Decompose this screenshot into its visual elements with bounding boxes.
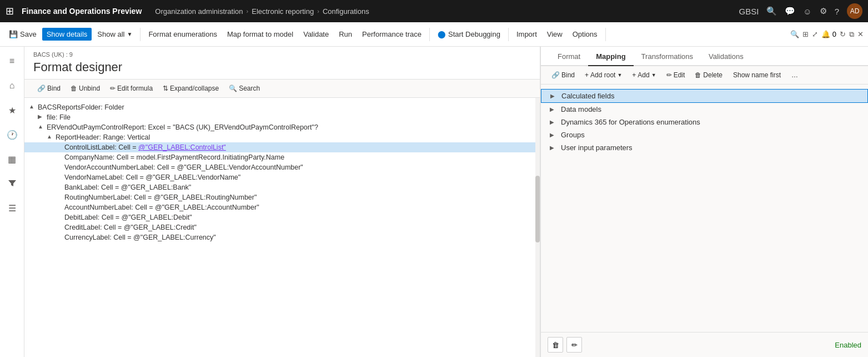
tree-item-text: BankLabel: Cell = @"GER_LABEL:Bank" xyxy=(64,184,531,191)
tree-item[interactable]: CurrencyLabel: Cell = @"GER_LABEL:Curren… xyxy=(24,232,535,242)
tab-transformations[interactable]: Transformations xyxy=(634,47,701,66)
toolbar-separator-1 xyxy=(140,28,141,41)
tree-item[interactable]: ▲ERVendOutPaymControlReport: Excel = "BA… xyxy=(24,122,535,132)
person-icon[interactable]: ☺ xyxy=(803,7,811,16)
edit-formula-button[interactable]: ✏ Edit formula xyxy=(106,83,157,94)
tree-toggle-arrow[interactable]: ▶ xyxy=(550,132,558,138)
tree-item[interactable]: CreditLabel: Cell = @"GER_LABEL:Credit" xyxy=(24,222,535,232)
add-root-button[interactable]: + Add root ▼ xyxy=(581,70,626,81)
tree-item-text: VendorAccountNumberLabel: Cell = @"GER_L… xyxy=(64,163,531,171)
tree-item[interactable]: VendorNameLabel: Cell = @"GER_LABEL:Vend… xyxy=(24,172,535,182)
bottom-edit-button[interactable]: ✏ xyxy=(566,337,582,353)
tree-toggle-arrow[interactable]: ▶ xyxy=(550,93,558,99)
expand-collapse-button[interactable]: ⇅ Expand/collapse xyxy=(159,83,223,94)
more-options-button[interactable]: … xyxy=(787,70,802,81)
tree-item[interactable]: ▲ReportHeader: Range: Vertical xyxy=(24,132,535,142)
breadcrumb-org[interactable]: Organization administration xyxy=(155,7,243,16)
avatar[interactable]: AD xyxy=(847,3,862,19)
tree-item[interactable]: BankLabel: Cell = @"GER_LABEL:Bank" xyxy=(24,182,535,192)
tab-mapping[interactable]: Mapping xyxy=(588,47,633,66)
tree-item[interactable]: ▶file: File xyxy=(24,112,535,122)
search-icon: 🔍 xyxy=(229,85,237,92)
tree-item-text: VendorNameLabel: Cell = @"GER_LABEL:Vend… xyxy=(64,173,531,181)
sidebar-icon-recent[interactable]: 🕐 xyxy=(2,125,22,145)
scroll-thumb[interactable] xyxy=(535,176,540,242)
start-debugging-button[interactable]: ⬤ Start Debugging xyxy=(433,28,505,41)
tree-toggle-arrow[interactable]: ▶ xyxy=(550,106,558,112)
sidebar-icon-filter[interactable] xyxy=(2,173,22,194)
search-icon[interactable]: 🔍 xyxy=(766,6,777,16)
unbind-button[interactable]: 🗑 Unbind xyxy=(67,83,104,94)
tab-format[interactable]: Format xyxy=(550,47,588,66)
save-button[interactable]: 💾 Save xyxy=(4,28,41,41)
expand-icon[interactable]: ⤢ xyxy=(812,30,818,38)
tree-item-text: BACSReportsFolder: Folder xyxy=(38,103,531,111)
toolbar-search-icon[interactable]: 🔍 xyxy=(790,30,799,38)
unlink-icon: 🗑 xyxy=(71,85,77,92)
app-grid-icon[interactable]: ⊞ xyxy=(6,5,14,17)
options-button[interactable]: Options xyxy=(568,28,602,41)
layout-icon[interactable]: ⊞ xyxy=(802,30,809,38)
tree-toggle-arrow[interactable]: ▶ xyxy=(550,145,558,151)
tab-validations[interactable]: Validations xyxy=(701,47,751,66)
close-icon[interactable]: ✕ xyxy=(857,30,864,38)
sidebar-icon-menu[interactable]: ≡ xyxy=(2,51,22,71)
tree-item[interactable]: AccountNumberLabel: Cell = @"GER_LABEL:A… xyxy=(24,202,535,212)
sidebar-icon-list[interactable]: ☰ xyxy=(2,198,22,218)
search-button[interactable]: 🔍 Search xyxy=(225,83,264,94)
notification-wrap: 🔔 0 xyxy=(821,30,836,38)
add-button[interactable]: + Add ▼ xyxy=(628,70,660,81)
refresh-icon[interactable]: ↻ xyxy=(840,30,846,38)
show-name-first-button[interactable]: Show name first xyxy=(733,71,781,79)
performance-trace-button[interactable]: Performance trace xyxy=(358,28,426,41)
mapping-tree-item[interactable]: ▶ User input parameters xyxy=(541,141,868,154)
breadcrumb: Organization administration › Electronic… xyxy=(155,7,734,16)
sidebar-icon-grid[interactable]: ▦ xyxy=(2,149,22,169)
sidebar-icon-home[interactable]: ⌂ xyxy=(2,76,22,96)
tree-item[interactable]: RoutingNumberLabel: Cell = @"GER_LABEL:R… xyxy=(24,192,535,202)
notification-icon[interactable]: 🔔 xyxy=(821,30,830,38)
bottom-delete-button[interactable]: 🗑 xyxy=(548,337,563,353)
mapping-tree-item[interactable]: ▶ Dynamics 365 for Operations enumeratio… xyxy=(541,116,868,128)
tree-toggle[interactable]: ▲ xyxy=(29,103,38,110)
tree-item[interactable]: ▲BACSReportsFolder: Folder xyxy=(24,102,535,112)
right-delete-icon: 🗑 xyxy=(695,71,701,79)
mapping-tree-item[interactable]: ▶ Data models xyxy=(541,103,868,116)
view-button[interactable]: View xyxy=(543,28,567,41)
breadcrumb-config[interactable]: Configurations xyxy=(323,7,369,16)
import-button[interactable]: Import xyxy=(512,28,541,41)
breadcrumb-er[interactable]: Electronic reporting xyxy=(252,7,314,16)
right-edit-button[interactable]: ✏ Edit xyxy=(663,70,689,81)
tree-item[interactable]: VendorAccountNumberLabel: Cell = @"GER_L… xyxy=(24,162,535,172)
tree-toggle[interactable]: ▲ xyxy=(38,123,47,130)
notification-badge: 0 xyxy=(832,30,836,38)
right-delete-button[interactable]: 🗑 Delete xyxy=(691,70,726,81)
tree-item[interactable]: DebitLabel: Cell = @"GER_LABEL:Debit" xyxy=(24,212,535,222)
expand-window-icon[interactable]: ⧉ xyxy=(849,30,854,39)
map-format-button[interactable]: Map format to model xyxy=(223,28,298,41)
breadcrumb-sep-2: › xyxy=(317,8,319,14)
mapping-tree-item[interactable]: ▶ Groups xyxy=(541,128,868,141)
mapping-tree-item[interactable]: ▶ Calculated fields xyxy=(541,89,868,103)
bind-button[interactable]: 🔗 Bind xyxy=(33,83,64,94)
content-area: BACS (UK) : 9 Format designer 🔗 Bind 🗑 U… xyxy=(24,47,868,357)
sidebar-icon-favorites[interactable]: ★ xyxy=(2,100,22,120)
debug-icon: ⬤ xyxy=(438,30,446,38)
format-enumerations-button[interactable]: Format enumerations xyxy=(144,28,222,41)
run-button[interactable]: Run xyxy=(334,28,357,41)
validate-button[interactable]: Validate xyxy=(299,28,333,41)
right-edit-icon: ✏ xyxy=(666,71,672,79)
tree-toggle-arrow[interactable]: ▶ xyxy=(550,119,558,125)
tree-toggle[interactable]: ▲ xyxy=(47,133,56,140)
right-bind-button[interactable]: 🔗 Bind xyxy=(548,70,579,81)
tree-item[interactable]: CompanyName: Cell = model.FirstPaymentRe… xyxy=(24,152,535,162)
mapping-item-label: Calculated fields xyxy=(561,92,859,100)
tree-item[interactable]: ControlListLabel: Cell = @"GER_LABEL:Con… xyxy=(24,142,535,152)
settings-icon[interactable]: ⚙ xyxy=(820,6,827,16)
show-details-button[interactable]: Show details xyxy=(42,28,92,41)
chat-icon[interactable]: 💬 xyxy=(785,6,795,16)
show-all-button[interactable]: Show all ▼ xyxy=(93,28,137,41)
format-tree: ▲BACSReportsFolder: Folder▶file: File▲ER… xyxy=(24,98,535,357)
tree-toggle[interactable]: ▶ xyxy=(38,113,47,120)
help-icon[interactable]: ? xyxy=(835,7,839,16)
